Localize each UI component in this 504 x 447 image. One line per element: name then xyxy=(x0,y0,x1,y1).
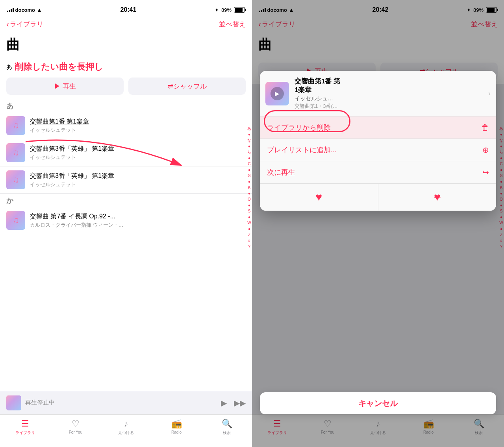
discover-icon: ♪ xyxy=(124,419,128,429)
mini-player-art xyxy=(6,395,21,410)
cancel-button[interactable]: キャンセル xyxy=(260,392,496,414)
battery-icon xyxy=(234,7,245,13)
song-title-4: 交響曲 第7番 イ長調 Op.92 -... xyxy=(30,212,246,221)
status-left: docomo ▲ xyxy=(7,7,42,13)
left-panel: docomo ▲ 20:41 ✦ 89% ‹ ライブラリ 並べ替え 曲 あ 削除… xyxy=(0,0,252,447)
add-to-playlist-action[interactable]: プレイリストに追加... ⊕ xyxy=(260,139,496,161)
tab-label-foryou: For You xyxy=(69,430,82,434)
radio-icon: 📻 xyxy=(171,419,182,429)
music-note-icon: ♫ xyxy=(13,215,19,225)
context-menu-card: ▶ 交響曲第1番 第1楽章 イッセルシュ… 交響曲第1・3番(… › ライブラリ… xyxy=(260,71,496,211)
heart-icon: ♥ xyxy=(315,191,322,203)
back-label-left: ライブラリ xyxy=(10,20,43,29)
foryou-icon: ♡ xyxy=(72,419,80,429)
unheart-action[interactable]: ♥ xyxy=(378,184,497,211)
song-artist-3: イッセルシュテット xyxy=(30,181,246,188)
album-art-4: ♫ xyxy=(6,211,25,230)
instruction-text: 削除したい曲を長押し xyxy=(15,61,103,73)
fast-forward-icon[interactable]: ▶▶ xyxy=(234,398,246,408)
add-to-list-icon: ⊕ xyxy=(482,145,489,155)
back-button-left[interactable]: ‹ ライブラリ xyxy=(6,20,43,29)
music-note-icon: ♫ xyxy=(13,175,19,185)
music-note-icon: ♫ xyxy=(13,120,19,131)
song-list-left[interactable]: あ ♫ 交響曲第1番 第1楽章 イッセルシュテット ♫ 交響曲第3番「英雄」 第… xyxy=(0,99,252,391)
mini-player[interactable]: 再生停止中 ▶ ▶▶ xyxy=(0,391,252,414)
tab-search-left[interactable]: 🔍 検索 xyxy=(202,419,252,436)
carrier-label: docomo xyxy=(15,7,35,13)
mini-player-title: 再生停止中 xyxy=(25,399,217,406)
cancel-label: キャンセル xyxy=(358,398,398,409)
right-panel: docomo ▲ 20:42 ✦ 89% ‹ ライブラリ 並べ替え 曲 xyxy=(252,0,504,447)
play-pause-icon[interactable]: ▶ xyxy=(221,398,227,408)
status-bar-left: docomo ▲ 20:41 ✦ 89% xyxy=(0,0,252,17)
chevron-right-icon: › xyxy=(488,89,491,98)
mini-player-controls: ▶ ▶▶ xyxy=(221,398,246,408)
wifi-icon: ▲ xyxy=(37,7,42,13)
battery-percent: 89% xyxy=(221,7,232,13)
tab-label-discover: 見つける xyxy=(118,430,134,436)
context-song-album: 交響曲第1・3番(… xyxy=(295,103,483,110)
tab-discover-left[interactable]: ♪ 見つける xyxy=(101,419,151,436)
tab-foryou-left[interactable]: ♡ For You xyxy=(50,419,101,434)
alphabet-index-left[interactable]: あ ● な ● ら ● C ● G ● K ● O ● S ● W ● Z # … xyxy=(247,126,251,249)
play-next-action[interactable]: 次に再生 ↪ xyxy=(260,161,496,184)
delete-action-label: ライブラリから削除 xyxy=(267,123,331,132)
instruction-row: あ 削除したい曲を長押し xyxy=(0,59,252,74)
section-header-a: あ xyxy=(0,99,252,112)
context-song-info: 交響曲第1番 第1楽章 イッセルシュ… 交響曲第1・3番(… xyxy=(295,77,483,110)
play-next-label: 次に再生 xyxy=(267,168,295,177)
list-item[interactable]: ♫ 交響曲第3番「英雄」 第1楽章 イッセルシュテット xyxy=(0,139,252,166)
song-artist-2: イッセルシュテット xyxy=(30,154,246,161)
list-item[interactable]: ♫ 交響曲 第7番 イ長調 Op.92 -... カルロス・クライバー指揮 ウィ… xyxy=(0,207,252,234)
library-icon: ☰ xyxy=(21,419,29,429)
overlay-background xyxy=(252,0,504,447)
tab-label-radio: Radio xyxy=(171,430,182,434)
nav-bar-left: ‹ ライブラリ 並べ替え xyxy=(0,17,252,33)
tab-radio-left[interactable]: 📻 Radio xyxy=(151,419,202,434)
song-title-1: 交響曲第1番 第1楽章 xyxy=(30,118,246,126)
song-info-3: 交響曲第3番「英雄」 第1楽章 イッセルシュテット xyxy=(30,172,246,188)
trash-icon: 🗑 xyxy=(481,123,489,132)
list-item[interactable]: ♫ 交響曲第1番 第1楽章 イッセルシュテット xyxy=(0,112,252,139)
context-song-title: 交響曲第1番 第1楽章 xyxy=(295,77,483,94)
chevron-left-icon: ‹ xyxy=(6,20,9,29)
add-to-playlist-label: プレイリストに追加... xyxy=(267,145,337,155)
play-button-left[interactable]: ▶ 再生 xyxy=(6,78,124,95)
music-note-icon: ♫ xyxy=(13,148,19,158)
heart-broken-icon: ♥ xyxy=(434,191,441,203)
tab-label-library: ライブラリ xyxy=(15,430,35,436)
search-icon: 🔍 xyxy=(222,419,232,429)
song-title-3: 交響曲第3番「英雄」 第1楽章 xyxy=(30,172,246,180)
tab-label-search: 検索 xyxy=(223,430,231,436)
list-item[interactable]: ♫ 交響曲第3番「英雄」 第1楽章 イッセルシュテット xyxy=(0,166,252,194)
context-album-art: ▶ xyxy=(265,82,289,105)
context-song-artist: イッセルシュ… xyxy=(295,95,483,102)
tab-bar-left: ☰ ライブラリ ♡ For You ♪ 見つける 📻 Radio 🔍 検索 xyxy=(0,414,252,447)
song-artist-1: イッセルシュテット xyxy=(30,127,246,134)
bluetooth-icon: ✦ xyxy=(215,7,219,13)
heart-actions-row: ♥ ♥ xyxy=(260,184,496,211)
context-play-btn[interactable]: ▶ xyxy=(271,87,284,100)
album-art-1: ♫ xyxy=(6,116,25,135)
song-info-1: 交響曲第1番 第1楽章 イッセルシュテット xyxy=(30,118,246,134)
alpha-label-instruction: あ xyxy=(6,63,12,71)
shuffle-button-left[interactable]: ⇌シャッフル xyxy=(128,78,246,95)
status-right: ✦ 89% xyxy=(215,7,245,13)
song-artist-4: カルロス・クライバー指揮 ウィーン・… xyxy=(30,222,246,229)
song-info-4: 交響曲 第7番 イ長調 Op.92 -... カルロス・クライバー指揮 ウィーン… xyxy=(30,212,246,229)
tab-library-left[interactable]: ☰ ライブラリ xyxy=(0,419,50,436)
song-title-2: 交響曲第3番「英雄」 第1楽章 xyxy=(30,145,246,153)
time-label: 20:41 xyxy=(120,6,136,13)
section-header-ka: か xyxy=(0,194,252,207)
song-info-2: 交響曲第3番「英雄」 第1楽章 イッセルシュテット xyxy=(30,145,246,161)
sort-button-left[interactable]: 並べ替え xyxy=(219,20,246,29)
play-next-icon: ↪ xyxy=(482,168,489,177)
context-song-header[interactable]: ▶ 交響曲第1番 第1楽章 イッセルシュ… 交響曲第1・3番(… › xyxy=(260,71,496,116)
album-art-2: ♫ xyxy=(6,143,25,162)
heart-action[interactable]: ♥ xyxy=(260,184,378,211)
play-shuffle-row-left: ▶ 再生 ⇌シャッフル xyxy=(0,74,252,99)
page-title-area-left: 曲 xyxy=(0,33,252,59)
delete-from-library-action[interactable]: ライブラリから削除 🗑 xyxy=(260,116,496,139)
page-title-left: 曲 xyxy=(6,36,246,54)
signal-icon xyxy=(7,8,14,12)
